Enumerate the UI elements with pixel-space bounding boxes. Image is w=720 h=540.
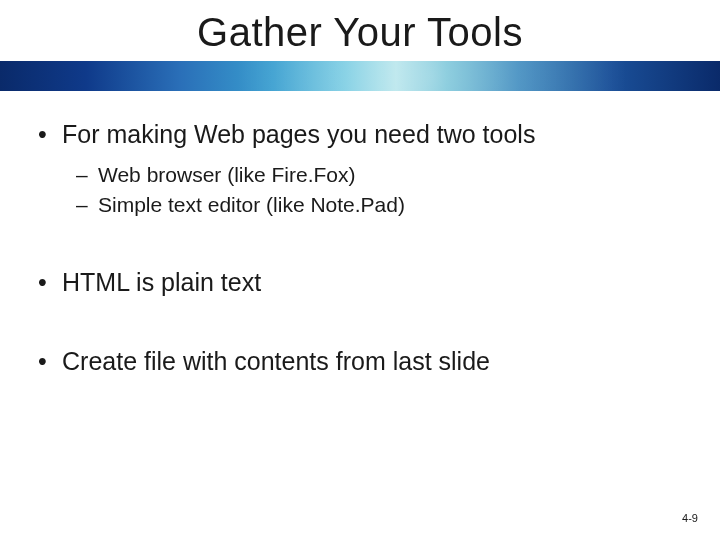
sub-bullet-item: Web browser (like Fire.Fox) [72, 160, 686, 189]
slide-title: Gather Your Tools [0, 0, 720, 61]
bullet-item: Create file with contents from last slid… [34, 346, 686, 377]
bullet-list: For making Web pages you need two tools … [34, 119, 686, 378]
decorative-banner [0, 61, 720, 91]
sub-bullet-item: Simple text editor (like Note.Pad) [72, 190, 686, 219]
bullet-text: Create file with contents from last slid… [62, 347, 490, 375]
bullet-item: HTML is plain text [34, 267, 686, 298]
bullet-text: For making Web pages you need two tools [62, 120, 535, 148]
slide-body: For making Web pages you need two tools … [0, 91, 720, 378]
page-number: 4-9 [682, 512, 698, 524]
sub-bullet-list: Web browser (like Fire.Fox) Simple text … [62, 160, 686, 219]
bullet-text: HTML is plain text [62, 268, 261, 296]
bullet-item: For making Web pages you need two tools … [34, 119, 686, 219]
